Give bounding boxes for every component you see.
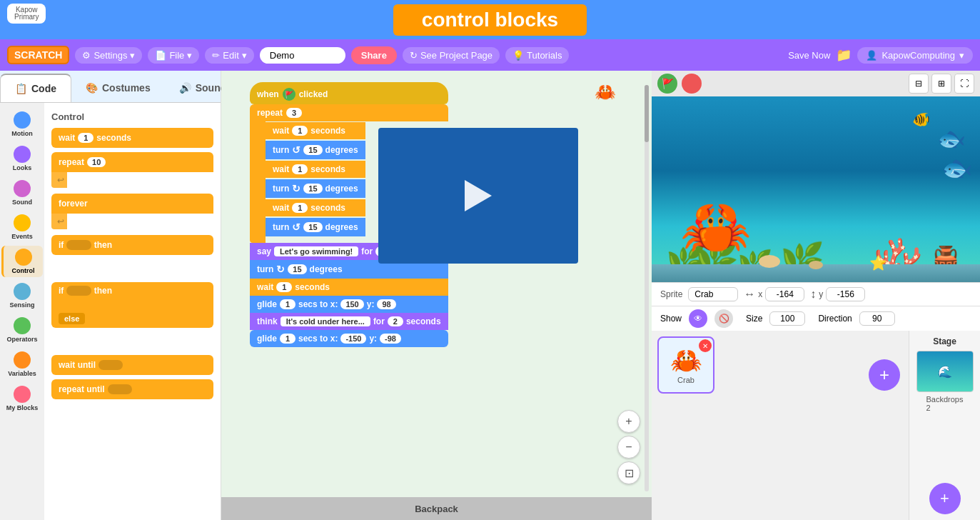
- repeat-block[interactable]: repeat 10: [51, 152, 213, 172]
- glide-block-1[interactable]: glide 1 secs to x: 150 y: 98: [250, 296, 448, 313]
- x-coord-display: ↔ x: [744, 287, 804, 301]
- add-backdrop-button[interactable]: +: [929, 483, 961, 514]
- turn-ccw-block[interactable]: turn ↺ 15 degrees: [266, 141, 365, 159]
- costume-icon: 🎨: [86, 82, 98, 94]
- user-icon: 👤: [866, 50, 877, 61]
- x-axis-icon: ↔: [744, 288, 755, 301]
- sidebar-item-control[interactable]: Control: [1, 246, 43, 277]
- backpack-bar[interactable]: Backpack: [221, 497, 652, 520]
- code-icon: 📋: [15, 83, 27, 94]
- sprites-area: ✕ 🦀 Crab + Stage 🌊 Bac: [652, 331, 980, 520]
- sprite-name-input[interactable]: [688, 287, 738, 301]
- play-button[interactable]: [465, 180, 492, 211]
- sidebar-item-events[interactable]: Events: [1, 211, 43, 243]
- file-icon: 📄: [155, 50, 166, 61]
- myblocks-label: My Blocks: [6, 404, 39, 411]
- sprite-thumb-crab[interactable]: ✕ 🦀 Crab: [657, 336, 714, 394]
- backdrops-count: Backdrops 2: [926, 395, 964, 412]
- wait-block[interactable]: wait 1 seconds: [51, 128, 213, 148]
- sprite-label: Sprite: [660, 289, 682, 299]
- control-label: Control: [12, 267, 35, 274]
- see-project-button[interactable]: ↻ See Project Page: [403, 47, 500, 64]
- folder-icon[interactable]: 📁: [836, 47, 852, 63]
- fish-2: 🐠: [912, 111, 930, 128]
- sidebar-item-variables[interactable]: Variables: [1, 349, 43, 380]
- top-banner: Kapow Primary control blocks: [0, 0, 980, 39]
- operators-label: Operators: [6, 336, 37, 343]
- zoom-controls: + − ⊡: [617, 410, 640, 484]
- green-flag-button[interactable]: 🚩: [657, 74, 677, 94]
- code-editor: when 🚩 clicked repeat 3: [221, 71, 652, 520]
- forever-block-wrapper: forever ↩: [51, 194, 213, 229]
- if-then-else-block[interactable]: if then else: [51, 282, 213, 328]
- blocks-panel: 📋 Code 🎨 Costumes 🔊 Sounds Motion: [0, 71, 221, 520]
- sidebar-item-operators[interactable]: Operators: [1, 314, 43, 346]
- code-canvas: when 🚩 clicked repeat 3: [221, 71, 652, 520]
- think-block[interactable]: think It's cold under here... for 2 seco…: [250, 313, 448, 330]
- glide-block-2[interactable]: glide 1 secs to x: -150 y: -98: [250, 330, 448, 347]
- sprites-list: ✕ 🦀 Crab +: [652, 331, 909, 520]
- sidebar-item-sensing[interactable]: Sensing: [1, 280, 43, 311]
- share-button[interactable]: Share: [351, 46, 397, 64]
- starfish: ⭐: [869, 254, 887, 271]
- direction-input[interactable]: [859, 311, 895, 326]
- right-panel: 🚩 ⊟ ⊞ ⛶ 🌿 🌿 🌿 🌿 🪸 🏺 🐟 🐠: [652, 71, 980, 520]
- when-flag-clicked-block[interactable]: when 🚩 clicked: [250, 82, 448, 104]
- chevron-down-icon: ▾: [130, 50, 135, 61]
- sprite-info-bar: Sprite ↔ x ↕ y: [652, 282, 980, 306]
- user-menu[interactable]: 👤 KapowComputing ▾: [857, 47, 973, 64]
- wait-until-block[interactable]: wait until: [51, 355, 213, 375]
- save-button[interactable]: Save Now: [788, 50, 830, 61]
- show-eye-button[interactable]: 👁: [689, 309, 707, 328]
- file-button[interactable]: 📄 File ▾: [148, 47, 199, 64]
- gear-icon: ⚙: [82, 50, 91, 61]
- size-label: Size: [746, 314, 762, 324]
- video-overlay[interactable]: [378, 128, 578, 264]
- settings-button[interactable]: ⚙ Settings ▾: [75, 47, 142, 64]
- yellow-fish: 🐟: [941, 154, 973, 183]
- sidebar-item-myblocks[interactable]: My Blocks: [1, 383, 43, 414]
- x-input[interactable]: [765, 287, 804, 301]
- stage-medium-button[interactable]: ⊞: [931, 74, 951, 94]
- add-sprite-area: +: [719, 336, 903, 394]
- stage-small-button[interactable]: ⊟: [909, 74, 929, 94]
- zoom-fit-button[interactable]: ⊡: [617, 461, 640, 484]
- sand-1: [759, 255, 780, 268]
- flag-icon-in-block: 🚩: [283, 88, 295, 101]
- scroll-thumb: [645, 85, 649, 142]
- wait-block-3[interactable]: wait 1 seconds: [266, 199, 365, 216]
- project-name-input[interactable]: [260, 47, 345, 64]
- sidebar-item-looks[interactable]: Looks: [1, 143, 43, 174]
- forever-block[interactable]: forever: [51, 194, 213, 214]
- looks-dot: [14, 146, 31, 163]
- scroll-indicator[interactable]: [645, 85, 649, 491]
- stage-mini-thumbnail[interactable]: 🌊: [916, 351, 974, 392]
- wait-block-2[interactable]: wait 1 seconds: [266, 161, 365, 178]
- repeat-until-block[interactable]: repeat until: [51, 379, 213, 399]
- sounds-icon: 🔊: [179, 82, 191, 94]
- add-sprite-button[interactable]: +: [869, 359, 900, 391]
- stage-panel-label: Stage: [933, 336, 956, 346]
- wait-block-4[interactable]: wait 1 seconds: [250, 279, 448, 296]
- fish-1: 🐟: [937, 125, 966, 152]
- tab-costumes[interactable]: 🎨 Costumes: [71, 74, 165, 102]
- zoom-in-button[interactable]: +: [617, 410, 640, 433]
- stop-button[interactable]: [682, 74, 702, 94]
- turn-ccw-block-2[interactable]: turn ↺ 15 degrees: [266, 218, 365, 236]
- sidebar-item-sound[interactable]: Sound: [1, 177, 43, 209]
- stage-controls: 🚩 ⊟ ⊞ ⛶: [652, 71, 980, 96]
- delete-sprite-button[interactable]: ✕: [699, 339, 712, 352]
- zoom-out-button[interactable]: −: [617, 436, 640, 459]
- y-input[interactable]: [826, 287, 865, 301]
- sidebar-item-motion[interactable]: Motion: [1, 109, 43, 140]
- chevron-down-icon-3: ▾: [242, 50, 247, 61]
- turn-cw-block[interactable]: turn ↻ 15 degrees: [266, 179, 365, 198]
- if-then-block[interactable]: if then: [51, 235, 213, 255]
- y-label: y: [819, 289, 823, 299]
- tab-code[interactable]: 📋 Code: [0, 74, 71, 102]
- tutorials-button[interactable]: 💡 Tutorials: [505, 47, 569, 64]
- stage-fullscreen-button[interactable]: ⛶: [954, 74, 974, 94]
- hide-eye-button[interactable]: 🚫: [714, 309, 733, 328]
- edit-button[interactable]: ✏ Edit ▾: [205, 47, 253, 64]
- size-input[interactable]: [769, 311, 805, 326]
